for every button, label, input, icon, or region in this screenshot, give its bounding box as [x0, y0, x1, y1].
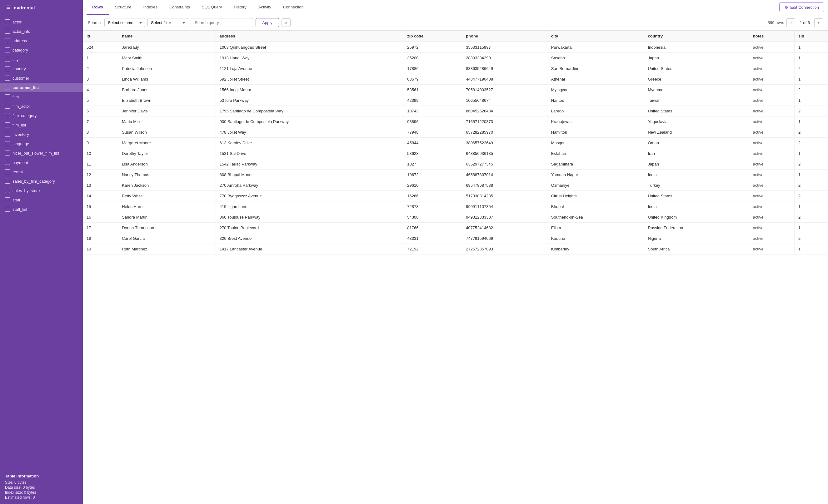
- search-input[interactable]: [191, 18, 253, 27]
- cell-address: 1417 Lancaster Avenue: [216, 244, 403, 255]
- table-row[interactable]: 18Carol Garcia320 Brest Avenue4333174779…: [83, 233, 828, 244]
- sidebar-item-nicer_but_slower_film_list[interactable]: nicer_but_slower_film_list: [0, 148, 83, 158]
- table-row[interactable]: 11Lisa Anderson1542 Tarlac Parkway102763…: [83, 159, 828, 170]
- sidebar-item-actor_info[interactable]: actor_info: [0, 27, 83, 36]
- table-row[interactable]: 2Patricia Johnson1121 Loja Avenue1788683…: [83, 63, 828, 74]
- cell-country: India: [644, 201, 749, 212]
- cell-address: 1795 Santiago de Compostela Way: [216, 106, 403, 117]
- table-row[interactable]: 8Susan Wilson478 Joliet Way7794865728228…: [83, 127, 828, 138]
- col-header-address: address: [216, 31, 403, 42]
- prev-page-button[interactable]: ‹: [786, 18, 795, 27]
- table-row[interactable]: 15Helen Harris419 Iligan Lane72878990911…: [83, 201, 828, 212]
- table-row[interactable]: 5Elizabeth Brown53 Idfu Parkway423991065…: [83, 95, 828, 106]
- nav-tab-history[interactable]: History: [228, 0, 252, 15]
- table-row[interactable]: 9Margaret Moore613 Korolev Drive45844380…: [83, 138, 828, 148]
- nav-tab-connection[interactable]: Connection: [278, 0, 309, 15]
- cell-sid: 2: [795, 85, 828, 95]
- next-page-button[interactable]: ›: [814, 18, 823, 27]
- cell-id: 5: [83, 95, 118, 106]
- cell-sid: 1: [795, 170, 828, 180]
- table-row[interactable]: 524Jared Ely1003 Qinhuangdao Street25972…: [83, 42, 828, 53]
- sidebar-item-staff[interactable]: staff: [0, 195, 83, 204]
- sidebar-item-film[interactable]: film: [0, 92, 83, 101]
- nav-tab-rows[interactable]: Rows: [87, 0, 109, 15]
- cell-zipcode: 17886: [403, 63, 462, 74]
- nav-tab-structure[interactable]: Structure: [109, 0, 137, 15]
- table-icon: [5, 29, 10, 34]
- cell-address: 770 Bydgoszcz Avenue: [216, 191, 403, 201]
- table-row[interactable]: 19Ruth Martinez1417 Lancaster Avenue7219…: [83, 244, 828, 255]
- table-row[interactable]: 12Nancy Thomas808 Bhopal Manor1067246588…: [83, 170, 828, 180]
- sidebar-item-payment[interactable]: payment: [0, 158, 83, 167]
- table-icon: [5, 47, 10, 52]
- table-row[interactable]: 14Betty White770 Bydgoszcz Avenue1626651…: [83, 191, 828, 201]
- table-row[interactable]: 13Karen Jackson270 Amroha Parkway2961069…: [83, 180, 828, 191]
- cell-phone: 10655648674: [462, 95, 547, 106]
- nav-tab-indexes[interactable]: Indexes: [137, 0, 163, 15]
- table-row[interactable]: 17Donna Thompson270 Toulon Boulevard8176…: [83, 223, 828, 233]
- cell-notes: active: [749, 148, 795, 159]
- cell-phone: 860452626434: [462, 106, 547, 117]
- sidebar-item-customer_list[interactable]: customer_list: [0, 83, 83, 92]
- cell-country: Iran: [644, 148, 749, 159]
- sidebar-item-inventory[interactable]: inventory: [0, 130, 83, 139]
- cell-notes: active: [749, 191, 795, 201]
- cell-country: Yugoslavia: [644, 117, 749, 127]
- column-select[interactable]: Select column: [105, 18, 145, 27]
- sidebar-item-country[interactable]: country: [0, 64, 83, 74]
- clear-button[interactable]: ×: [282, 18, 291, 27]
- sidebar-item-category[interactable]: category: [0, 45, 83, 55]
- sidebar-item-staff_list[interactable]: staff_list: [0, 204, 83, 214]
- sidebar-item-film_actor[interactable]: film_actor: [0, 101, 83, 111]
- cell-id: 8: [83, 127, 118, 138]
- filter-select[interactable]: Select filter: [148, 18, 188, 27]
- table-row[interactable]: 16Sandra Martin360 Toulouse Parkway54308…: [83, 212, 828, 223]
- cell-name: Ruth Martinez: [118, 244, 216, 255]
- table-icon: [5, 19, 10, 25]
- cell-id: 19: [83, 244, 118, 255]
- cell-zipcode: 54308: [403, 212, 462, 223]
- edit-connection-button[interactable]: ⚙ Edit Connection: [779, 2, 824, 12]
- sidebar-item-sales_by_film_category[interactable]: sales_by_film_category: [0, 176, 83, 186]
- sidebar-item-film_category[interactable]: film_category: [0, 111, 83, 120]
- sidebar-item-address[interactable]: address: [0, 36, 83, 45]
- nav-tab-constraints[interactable]: Constraints: [164, 0, 196, 15]
- table-row[interactable]: 1Mary Smith1913 Hanoi Way352002830338429…: [83, 53, 828, 63]
- sidebar-header[interactable]: ☰ dvdrental: [0, 0, 83, 15]
- sidebar-item-rental[interactable]: rental: [0, 167, 83, 176]
- cell-city: Laredo: [547, 106, 644, 117]
- cell-city: Athenai: [547, 74, 644, 85]
- sidebar-item-sales_by_store[interactable]: sales_by_store: [0, 186, 83, 195]
- col-header-zip-code: zip code: [403, 31, 462, 42]
- nav-tab-sql-query[interactable]: SQL Query: [196, 0, 228, 15]
- table-row[interactable]: 10Dorothy Taylor1531 Sal Drive5362864885…: [83, 148, 828, 159]
- sidebar-item-language[interactable]: language: [0, 139, 83, 148]
- sidebar-item-city[interactable]: city: [0, 55, 83, 64]
- apply-button[interactable]: Apply: [256, 18, 279, 27]
- table-row[interactable]: 3Linda Williams692 Joliet Street83579448…: [83, 74, 828, 85]
- table-icon: [5, 66, 10, 71]
- sidebar-item-actor[interactable]: actor: [0, 17, 83, 27]
- sidebar-item-label: city: [12, 57, 19, 62]
- cell-city: Kimberley: [547, 244, 644, 255]
- sidebar-item-film_list[interactable]: film_list: [0, 120, 83, 130]
- cell-country: Japan: [644, 159, 749, 170]
- cell-zipcode: 93896: [403, 117, 462, 127]
- table-row[interactable]: 7Maria Miller900 Santiago de Compostela …: [83, 117, 828, 127]
- cell-name: Maria Miller: [118, 117, 216, 127]
- cell-notes: active: [749, 127, 795, 138]
- sidebar-items-list: actoractor_infoaddresscategorycitycountr…: [0, 15, 83, 470]
- cell-phone: 705814003527: [462, 85, 547, 95]
- database-icon: ☰: [5, 4, 11, 11]
- table-row[interactable]: 6Jennifer Davis1795 Santiago de Composte…: [83, 106, 828, 117]
- sidebar-item-customer[interactable]: customer: [0, 74, 83, 83]
- sidebar-item-label: film_category: [12, 113, 37, 118]
- cell-zipcode: 35200: [403, 53, 462, 63]
- cell-name: Donna Thompson: [118, 223, 216, 233]
- cell-address: 478 Joliet Way: [216, 127, 403, 138]
- nav-tab-activity[interactable]: Activity: [253, 0, 277, 15]
- cell-phone: 517338314235: [462, 191, 547, 201]
- table-row[interactable]: 4Barbara Jones1566 Inegl Manor5356170581…: [83, 85, 828, 95]
- cell-zipcode: 43331: [403, 233, 462, 244]
- cell-id: 3: [83, 74, 118, 85]
